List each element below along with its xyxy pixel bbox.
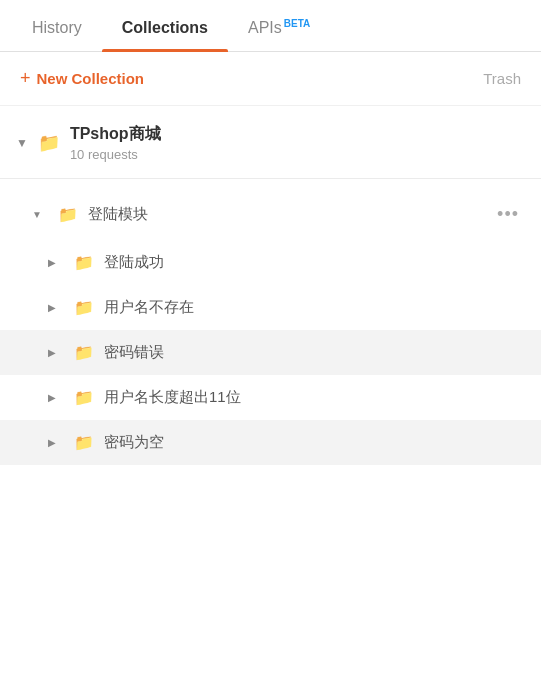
tab-history[interactable]: History xyxy=(12,1,102,51)
folder-wrongpwd-label: 密码错误 xyxy=(104,343,525,362)
tab-collections[interactable]: Collections xyxy=(102,1,228,51)
tab-collections-label: Collections xyxy=(122,19,208,36)
folder-emptypwd-label: 密码为空 xyxy=(104,433,525,452)
apis-beta-badge: BETA xyxy=(284,18,310,29)
collection-toolbar: + New Collection Trash xyxy=(0,52,541,106)
folder-denglu-label: 登陆模块 xyxy=(88,205,491,224)
folder-nouser-icon: 📁 xyxy=(74,298,94,317)
folder-item-nouser[interactable]: 📁 用户名不存在 xyxy=(0,285,541,330)
collection-header: ▼ 📁 TPshop商城 10 requests xyxy=(0,106,541,168)
folder-item-wrongpwd[interactable]: 📁 密码错误 xyxy=(0,330,541,375)
folder-item-emptypwd[interactable]: 📁 密码为空 xyxy=(0,420,541,465)
folder-success-arrow[interactable] xyxy=(48,257,64,268)
new-collection-button[interactable]: + New Collection xyxy=(20,68,144,89)
folder-denglu-more[interactable]: ••• xyxy=(491,202,525,227)
collection-info: TPshop商城 10 requests xyxy=(70,124,161,162)
trash-button[interactable]: Trash xyxy=(483,70,521,87)
folder-item-toolong[interactable]: 📁 用户名长度超出11位 xyxy=(0,375,541,420)
collection-name: TPshop商城 xyxy=(70,124,161,145)
folder-emptypwd-icon: 📁 xyxy=(74,433,94,452)
folder-wrongpwd-arrow[interactable] xyxy=(48,347,64,358)
folder-list: 📁 登陆模块 ••• 📁 登陆成功 📁 用户名不存在 📁 密码错误 📁 用户名长… xyxy=(0,189,541,465)
tab-history-label: History xyxy=(32,19,82,36)
tab-apis-label: APIs xyxy=(248,19,282,36)
collection-folder-icon: 📁 xyxy=(38,132,60,154)
folder-emptypwd-arrow[interactable] xyxy=(48,437,64,448)
folder-wrongpwd-icon: 📁 xyxy=(74,343,94,362)
folder-denglu-icon: 📁 xyxy=(58,205,78,224)
trash-label: Trash xyxy=(483,70,521,87)
folder-success-icon: 📁 xyxy=(74,253,94,272)
plus-icon: + xyxy=(20,68,31,89)
folder-nouser-arrow[interactable] xyxy=(48,302,64,313)
folder-denglu-arrow[interactable] xyxy=(32,209,48,220)
tab-apis[interactable]: APIsBETA xyxy=(228,0,330,51)
folder-success-label: 登陆成功 xyxy=(104,253,525,272)
folder-toolong-arrow[interactable] xyxy=(48,392,64,403)
folder-item-success[interactable]: 📁 登陆成功 xyxy=(0,240,541,285)
folder-toolong-label: 用户名长度超出11位 xyxy=(104,388,525,407)
new-collection-label: New Collection xyxy=(37,70,145,87)
folder-nouser-label: 用户名不存在 xyxy=(104,298,525,317)
tab-bar: History Collections APIsBETA xyxy=(0,0,541,52)
collection-meta: 10 requests xyxy=(70,147,161,162)
folder-item-denglu[interactable]: 📁 登陆模块 ••• xyxy=(0,189,541,240)
folder-toolong-icon: 📁 xyxy=(74,388,94,407)
divider-1 xyxy=(0,178,541,179)
collection-expand-arrow[interactable]: ▼ xyxy=(16,136,28,150)
